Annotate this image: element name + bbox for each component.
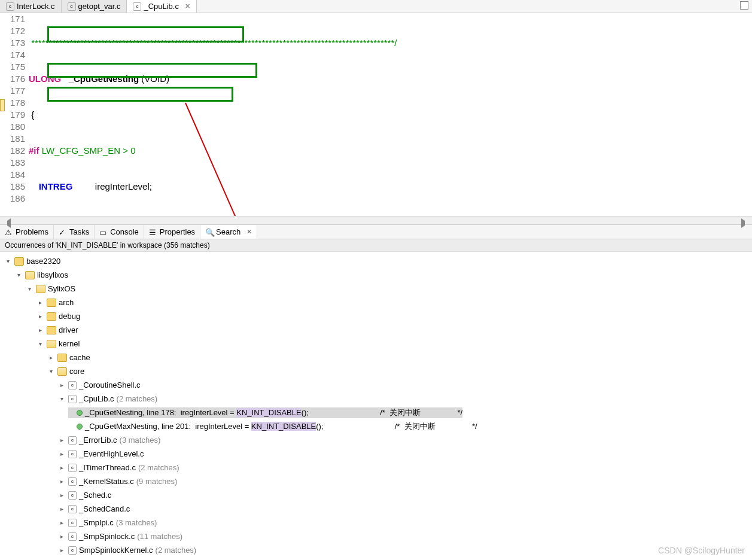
twisty-expanded-icon[interactable]: ▾: [14, 272, 23, 278]
twisty-collapsed-icon[interactable]: ▸: [47, 354, 55, 361]
match-count: (11 matches): [137, 532, 182, 541]
folder-node[interactable]: ▾core: [4, 364, 752, 378]
twisty-icon[interactable]: ▸: [57, 464, 66, 471]
folder-node[interactable]: ▾kernel: [4, 337, 752, 351]
tab-cpulib[interactable]: c_CpuLib.c✕: [127, 0, 197, 13]
twisty-icon[interactable]: ▸: [57, 506, 66, 512]
editor-pane: cInterLock.c cgetopt_var.c c_CpuLib.c✕ 1…: [0, 0, 752, 225]
twisty-collapsed-icon[interactable]: ▸: [36, 313, 44, 319]
tab-getopt[interactable]: cgetopt_var.c: [62, 0, 127, 13]
marker-column: [0, 13, 5, 216]
twisty-icon[interactable]: ▸: [57, 519, 66, 526]
twisty-expanded-icon[interactable]: ▾: [47, 368, 55, 375]
folder-node[interactable]: ▸arch: [4, 296, 752, 309]
twisty-icon[interactable]: ▸: [57, 437, 66, 443]
file-name: _Sched.c: [79, 491, 111, 500]
c-file-icon: c: [68, 519, 77, 527]
view-tabs: ⚠Problems ✓Tasks ▭Console ☰Properties 🔍S…: [0, 225, 752, 239]
c-file-icon: c: [6, 2, 14, 11]
file-node[interactable]: ▸c_Sched.c: [4, 488, 752, 502]
twisty-expanded-icon[interactable]: ▾: [25, 285, 34, 292]
folder-node[interactable]: ▾libsylixos: [4, 268, 752, 282]
match-count: (3 matches): [116, 518, 157, 527]
file-node[interactable]: ▸c_CoroutineShell.c: [4, 378, 752, 392]
code-area[interactable]: 171172173174 175176177178 179180181182 1…: [0, 13, 752, 216]
file-name: _SchedCand.c: [79, 504, 130, 513]
file-node[interactable]: ▾c_CpuLib.c (2 matches): [4, 392, 752, 406]
folder-icon: [25, 271, 35, 279]
twisty-icon[interactable]: ▸: [57, 451, 66, 457]
console-icon: ▭: [99, 228, 108, 236]
file-node[interactable]: ▸cSmpSpinlockKernel.c (2 matches): [4, 543, 752, 557]
twisty-icon[interactable]: ▸: [57, 547, 66, 553]
c-file-icon: c: [68, 532, 77, 541]
file-name: _KernelStatus.c: [79, 477, 134, 486]
match-count: (2 matches): [156, 546, 197, 555]
file-node[interactable]: ▸c_SmpIpi.c (3 matches): [4, 516, 752, 529]
match-count: (3 matches): [120, 436, 161, 445]
file-node[interactable]: ▸c_EventHighLevel.c: [4, 447, 752, 461]
folder-node[interactable]: ▸driver: [4, 323, 752, 337]
c-file-icon: c: [68, 477, 77, 486]
c-file-icon: c: [68, 491, 77, 500]
project-icon: [14, 257, 24, 266]
tab-interlock[interactable]: cInterLock.c: [0, 0, 62, 13]
twisty-icon[interactable]: ▸: [57, 533, 66, 540]
file-name: _EventHighLevel.c: [79, 449, 144, 458]
c-file-icon: c: [68, 464, 77, 472]
file-name: _CpuLib.c: [79, 394, 114, 403]
twisty-icon[interactable]: ▾: [57, 395, 66, 402]
file-name: _SmpIpi.c: [79, 518, 114, 527]
twisty-expanded-icon[interactable]: ▾: [36, 340, 44, 347]
close-icon[interactable]: ✕: [185, 2, 190, 10]
c-file-icon: c: [133, 2, 141, 11]
twisty-icon[interactable]: ▸: [57, 382, 66, 388]
editor-tabs: cInterLock.c cgetopt_var.c c_CpuLib.c✕: [0, 0, 752, 13]
tab-console[interactable]: ▭Console: [95, 225, 144, 239]
file-name: _CoroutineShell.c: [79, 381, 141, 389]
twisty-icon[interactable]: ▸: [57, 478, 66, 485]
folder-icon: [47, 340, 56, 348]
file-node[interactable]: ▸c_SchedCand.c: [4, 502, 752, 516]
match-bullet-icon: [77, 410, 83, 416]
c-file-icon: c: [68, 546, 77, 555]
search-result[interactable]: _CpuGetMaxNesting, line 201: iregInterLe…: [4, 419, 752, 433]
file-name: SmpSpinlockKernel.c: [79, 546, 153, 555]
folder-node[interactable]: ▸cache: [4, 351, 752, 364]
file-node[interactable]: ▸c_ErrorLib.c (3 matches): [4, 433, 752, 447]
twisty-collapsed-icon[interactable]: ▸: [36, 299, 44, 306]
tab-tasks[interactable]: ✓Tasks: [54, 225, 95, 239]
problems-icon: ⚠: [5, 228, 13, 236]
tab-properties[interactable]: ☰Properties: [144, 225, 200, 239]
search-result[interactable]: _CpuGetNesting, line 178: iregInterLevel…: [4, 406, 752, 419]
c-file-icon: c: [68, 395, 77, 403]
horizontal-scrollbar[interactable]: [0, 216, 752, 224]
close-icon[interactable]: ✕: [246, 228, 252, 236]
project-node[interactable]: ▾base2320: [4, 254, 752, 268]
tasks-icon: ✓: [59, 228, 67, 236]
c-file-icon: c: [68, 381, 77, 389]
file-node[interactable]: ▸c_KernelStatus.c (9 matches): [4, 474, 752, 488]
folder-node[interactable]: ▸debug: [4, 309, 752, 323]
tab-label: InterLock.c: [17, 2, 55, 11]
search-icon: 🔍: [205, 228, 214, 236]
c-file-icon: c: [68, 505, 77, 513]
line-gutter: 171172173174 175176177178 179180181182 1…: [5, 13, 28, 216]
twisty-icon[interactable]: ▸: [57, 492, 66, 498]
match-bullet-icon: [77, 424, 83, 430]
c-file-icon: c: [68, 450, 77, 458]
folder-icon: [36, 285, 45, 293]
file-node[interactable]: ▸c_SmpSpinlock.c (11 matches): [4, 529, 752, 543]
folder-node[interactable]: ▾SylixOS: [4, 282, 752, 296]
code-content[interactable]: ****************************************…: [28, 13, 752, 216]
tab-search[interactable]: 🔍Search✕: [200, 225, 257, 239]
search-tree[interactable]: ▾base2320 ▾libsylixos ▾SylixOS ▸arch ▸de…: [0, 252, 752, 560]
twisty-expanded-icon[interactable]: ▾: [4, 258, 12, 264]
folder-icon: [47, 312, 56, 321]
code-line: ****************************************…: [29, 38, 397, 48]
result-text: _CpuGetNesting, line 178: iregInterLevel…: [85, 407, 462, 418]
file-node[interactable]: ▸c_ITimerThread.c (2 matches): [4, 461, 752, 474]
maximize-button[interactable]: [740, 1, 748, 10]
twisty-collapsed-icon[interactable]: ▸: [36, 327, 44, 333]
bottom-pane: ⚠Problems ✓Tasks ▭Console ☰Properties 🔍S…: [0, 225, 752, 560]
